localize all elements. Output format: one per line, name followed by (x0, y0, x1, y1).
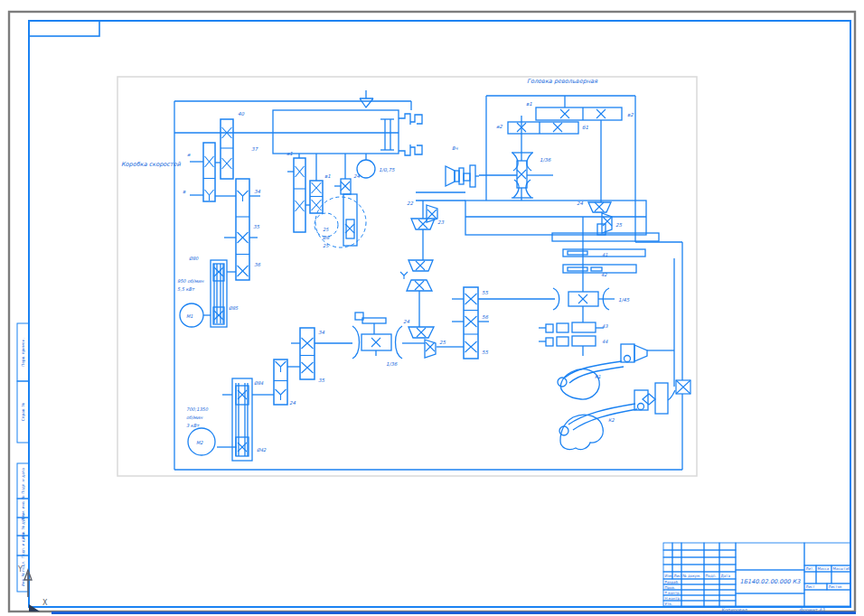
titleblock-cell (719, 595, 736, 601)
titleblock-label: Разраб. (665, 580, 680, 584)
scheme-section-label: Головка револьверная (527, 78, 598, 85)
scheme-label: 43 (602, 323, 608, 329)
titleblock-cell (816, 572, 831, 583)
titleblock-cell (681, 565, 704, 572)
titleblock-cell (704, 543, 719, 550)
scheme-label: К2 (608, 417, 615, 423)
titleblock-cell (704, 595, 719, 601)
titleblock-cell (681, 579, 704, 584)
titleblock-cell (719, 550, 736, 557)
scheme-label: 35 (253, 224, 259, 229)
titleblock-label: Н.контр. (665, 596, 681, 601)
scheme-label: б1 (582, 125, 588, 130)
titleblock-cell (704, 565, 719, 572)
scheme-label: 24 (403, 319, 409, 324)
titleblock-cell (704, 557, 719, 565)
titleblock-cell (681, 550, 704, 557)
titleblock-cell (672, 550, 681, 557)
titleblock-cell (704, 590, 719, 595)
side-stamp-label: Подп. и дата (21, 468, 25, 494)
titleblock-cell (681, 590, 704, 595)
titleblock-cell (663, 565, 672, 572)
titleblock-cell (804, 543, 850, 565)
scheme-label: 24 (353, 173, 360, 179)
scheme-label: 1/36 (386, 361, 398, 367)
side-stamp-label: Перв. примен. (21, 338, 25, 366)
titleblock-cell (663, 543, 672, 550)
frame-corner-box (29, 21, 99, 36)
scheme-label: 25 (615, 222, 622, 228)
scheme-label: а1 (286, 151, 293, 156)
scheme-label: М2 (196, 440, 203, 445)
titleblock-label: Лит. (806, 566, 814, 571)
scheme-label: а2 (496, 124, 502, 129)
titleblock-cell (681, 601, 704, 606)
titleblock-label: № докум. (683, 574, 701, 578)
titleblock-label: Т.контр. (664, 591, 681, 595)
scheme-label: 700;1350 (186, 406, 209, 412)
scheme-label: 24 (577, 201, 583, 206)
scheme-label: М1 (186, 313, 193, 319)
x-axis-label: X (42, 599, 48, 607)
titleblock-cell (804, 590, 850, 606)
scheme-label: 1/36 (540, 157, 551, 163)
side-stamp-label: Подп. и дата (21, 532, 25, 558)
titleblock-cell (663, 550, 672, 557)
titleblock-cell (719, 543, 736, 550)
titleblock-label: Изм. (665, 574, 673, 578)
titleblock-label: Масса (818, 566, 830, 571)
cad-sheet-view[interactable]: Перв. примен.Справ. №Подп. и датаВзам. и… (0, 0, 864, 616)
copied-label: Копировал (721, 607, 747, 612)
titleblock-cell (736, 593, 804, 606)
titleblock-cell (719, 601, 736, 606)
titleblock-cell (736, 543, 804, 570)
side-stamp-label: Инв. № подл. (21, 561, 25, 587)
scheme-label: 41 (602, 252, 607, 257)
scheme-label: Вч (452, 145, 458, 151)
scheme-label: 56 (482, 314, 488, 320)
scheme-label: Ø84 (254, 380, 264, 386)
kinematic-scheme-canvas[interactable]: Перв. примен.Справ. №Подп. и датаВзам. и… (0, 0, 864, 616)
scheme-section-label: Коробка скоростей (121, 161, 182, 168)
scheme-label: 24 (289, 400, 296, 406)
scheme-label: в1 (526, 101, 532, 107)
scheme-label: 22 (407, 201, 413, 206)
format-label: Формат А3 (799, 607, 824, 612)
titleblock-cell (704, 584, 719, 590)
titleblock-cell (672, 557, 681, 565)
titleblock-cell (719, 590, 736, 595)
scheme-label: 5,5 кВт (177, 286, 195, 292)
titleblock-cell (704, 550, 719, 557)
titleblock-designation: 1Б140.02.00.000 К3 (740, 578, 802, 585)
titleblock-label: Масштаб (833, 566, 851, 571)
scheme-label: 34 (318, 330, 324, 335)
titleblock-label: Лист (806, 584, 816, 589)
y-axis-label: Y (17, 565, 23, 574)
scheme-label: 1/0,75 (379, 167, 395, 173)
side-stamp-label: Справ. № (21, 402, 25, 421)
scheme-label: об/мин (186, 415, 203, 420)
scheme-label: 55 (482, 350, 488, 355)
titleblock-cell (681, 557, 704, 565)
titleblock-label: Утв. (665, 602, 672, 606)
scheme-label: 34 (254, 189, 260, 194)
scheme-label: Ø85 (229, 305, 239, 311)
titleblock-cell (704, 579, 719, 584)
scheme-label: Ø80 (189, 256, 199, 261)
titleblock-cell (672, 543, 681, 550)
scheme-label: 1/45 (618, 297, 630, 303)
scheme-label: К1 (595, 374, 601, 379)
scheme-panel (117, 77, 697, 476)
titleblock-cell (719, 557, 736, 565)
titleblock-cell (831, 572, 850, 583)
scheme-label: 35 (318, 378, 324, 383)
scheme-label: Ø8 (323, 235, 330, 240)
titleblock-label: Подп. (706, 574, 717, 578)
titleblock-label: Листов (829, 584, 843, 589)
scheme-label: 44 (602, 339, 608, 344)
titleblock-label: Дата (721, 574, 731, 578)
titleblock-cell (704, 601, 719, 606)
titleblock-cell (681, 584, 704, 590)
titleblock-cell (663, 557, 672, 565)
scheme-label: 42 (601, 272, 607, 277)
